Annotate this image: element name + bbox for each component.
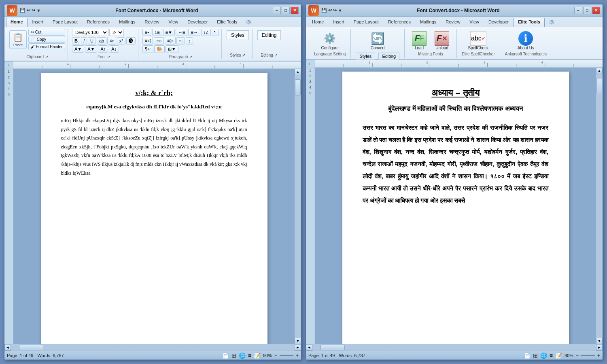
- view-btn-print-left[interactable]: 📄: [222, 352, 229, 359]
- maximize-btn-left[interactable]: □: [282, 7, 290, 14]
- superscript-btn[interactable]: x²: [117, 37, 125, 44]
- align-center-btn[interactable]: ≡○: [154, 37, 164, 44]
- scrollbar-v-right[interactable]: ▲ ▼: [596, 68, 603, 344]
- tab-home-left[interactable]: Home: [6, 18, 28, 27]
- tab-pagelayout-left[interactable]: Page Layout: [48, 18, 82, 27]
- undo-icon[interactable]: ↩: [27, 8, 30, 13]
- styles-btn-right[interactable]: Styles: [356, 53, 375, 60]
- numbering-btn[interactable]: 1≡: [152, 29, 162, 36]
- view-btn-outline-left[interactable]: ≡: [248, 352, 251, 359]
- tab-view-left[interactable]: View: [164, 18, 183, 27]
- view-btn-draft-left[interactable]: 📝: [254, 352, 261, 359]
- linespace-btn[interactable]: ↕: [186, 37, 193, 44]
- tab-mailings-right[interactable]: Mailings: [416, 18, 441, 27]
- tab-insert-right[interactable]: Insert: [329, 18, 349, 27]
- textcolor-btn[interactable]: A▼: [72, 45, 84, 53]
- bullets-btn[interactable]: ≡•: [142, 29, 151, 36]
- about-btn[interactable]: ℹ About Us: [515, 30, 537, 51]
- scroll-left-btn-left[interactable]: ◄: [4, 344, 11, 351]
- tab-view-right[interactable]: View: [465, 18, 484, 27]
- zoom-plus-right[interactable]: +: [597, 353, 600, 358]
- convert-btn[interactable]: 🔄 Convert: [368, 30, 387, 51]
- fontsize-grow-btn[interactable]: A↑: [98, 45, 108, 53]
- clearformat-btn[interactable]: 🅐: [126, 37, 136, 44]
- scroll-track-left[interactable]: [295, 75, 301, 338]
- tab-mailings-left[interactable]: Mailings: [115, 18, 140, 27]
- office-button-left[interactable]: W: [7, 5, 17, 16]
- align-right-btn[interactable]: ≡▷: [165, 37, 175, 44]
- subscript-btn[interactable]: x₂: [107, 37, 116, 44]
- save-icon-right[interactable]: 💾: [321, 8, 327, 13]
- tab-developer-left[interactable]: Developer: [183, 18, 212, 27]
- tab-references-left[interactable]: References: [83, 18, 114, 27]
- view-btn-full-left[interactable]: ⊞: [231, 352, 236, 359]
- multilevel-btn[interactable]: ≡▼: [163, 29, 175, 36]
- scrollbar-h-left[interactable]: ◄ ►: [4, 344, 301, 351]
- scroll-right-btn-right[interactable]: ►: [596, 344, 603, 351]
- show-hide-btn[interactable]: ¶: [212, 29, 219, 36]
- tab-elitetools-right[interactable]: Elite Tools: [514, 18, 545, 27]
- close-btn-right[interactable]: ✕: [592, 7, 600, 14]
- paste-btn[interactable]: 📋Paste: [9, 30, 27, 49]
- scroll-up-btn-right[interactable]: ▲: [596, 68, 603, 74]
- indent-decrease-btn[interactable]: ←≡: [176, 29, 187, 36]
- doc-scroll-right[interactable]: अध्याय – तृतीय बुंदेलखण्ड में महिलाओं की…: [315, 68, 596, 344]
- zoom-plus-left[interactable]: +: [296, 353, 299, 358]
- zoom-minus-left[interactable]: −: [274, 353, 277, 358]
- minimize-btn-right[interactable]: −: [574, 7, 582, 14]
- close-btn-left[interactable]: ✕: [291, 7, 299, 14]
- view-btn-web-left[interactable]: 🌐: [239, 352, 246, 359]
- spellcheck-btn[interactable]: abc✓ SpellCheck: [466, 30, 491, 51]
- indent-increase-btn[interactable]: ≡→: [188, 29, 200, 36]
- tab-home-right[interactable]: Home: [308, 18, 328, 27]
- unload-btn[interactable]: F✕ Unload: [432, 30, 452, 51]
- view-btn-full-right[interactable]: ⊞: [533, 352, 538, 359]
- sort-btn[interactable]: ↕Z: [201, 29, 211, 36]
- tab-developer-right[interactable]: Developer: [484, 18, 513, 27]
- align-left-btn[interactable]: ≡◁: [142, 37, 153, 44]
- strikethrough-btn[interactable]: ab: [97, 37, 106, 44]
- view-btn-outline-right[interactable]: ≡: [550, 352, 553, 359]
- para-mark-btn[interactable]: ¶↵: [142, 45, 153, 53]
- redo-icon-right[interactable]: ↪: [333, 8, 337, 13]
- office-button-right[interactable]: W: [308, 5, 319, 16]
- underline-btn[interactable]: U: [88, 37, 96, 44]
- border-btn[interactable]: ⊞▼: [166, 45, 178, 53]
- scroll-down-btn-left[interactable]: ▼: [295, 338, 301, 344]
- font-select[interactable]: DevLys 100: [72, 29, 108, 36]
- scroll-down-btn-right[interactable]: ▼: [596, 338, 603, 344]
- formatpainter-btn[interactable]: 🖌 Format Painter: [28, 43, 65, 50]
- load-btn[interactable]: FF Load: [410, 30, 429, 51]
- view-btn-web-right[interactable]: 🌐: [540, 352, 547, 359]
- zoom-minus-right[interactable]: −: [576, 353, 579, 358]
- italic-btn[interactable]: I: [81, 37, 87, 44]
- tab-review-right[interactable]: Review: [441, 18, 465, 27]
- scroll-left-btn-right[interactable]: ◄: [306, 344, 312, 351]
- doc-scroll-left[interactable]: v/;k; & r`rh; cqansy[k.M esa efgykvksa d…: [13, 69, 295, 344]
- zoom-bar-right[interactable]: ────: [581, 353, 595, 358]
- dropdown-icon[interactable]: ▼: [36, 8, 41, 13]
- scroll-up-btn-left[interactable]: ▲: [295, 69, 301, 75]
- shading-btn[interactable]: 🎨: [154, 45, 165, 53]
- view-btn-draft-right[interactable]: 📝: [555, 352, 562, 359]
- size-select[interactable]: 24: [109, 29, 124, 36]
- tab-help-right[interactable]: ⓪: [545, 18, 558, 27]
- save-icon[interactable]: 💾: [20, 8, 25, 13]
- scroll-h-track-left[interactable]: [11, 344, 295, 351]
- dropdown-icon-right[interactable]: ▼: [338, 8, 342, 13]
- tab-references-right[interactable]: References: [384, 18, 415, 27]
- tab-pagelayout-right[interactable]: Page Layout: [349, 18, 383, 27]
- styles-preview[interactable]: Styles: [227, 30, 249, 40]
- highlight-btn[interactable]: A▼: [85, 45, 97, 53]
- minimize-btn-left[interactable]: −: [273, 7, 281, 14]
- cut-btn[interactable]: ✂ Cut: [28, 29, 65, 36]
- redo-icon[interactable]: ↪: [32, 8, 35, 13]
- tab-review-left[interactable]: Review: [140, 18, 163, 27]
- maximize-btn-right[interactable]: □: [583, 7, 591, 14]
- editing-preview[interactable]: Editing: [257, 30, 281, 40]
- fontsize-shrink-btn[interactable]: A↓: [109, 45, 119, 53]
- scrollbar-h-right[interactable]: ◄ ►: [306, 344, 603, 351]
- bold-btn[interactable]: B: [72, 37, 80, 44]
- tab-elitetools-left[interactable]: Elite Tools: [212, 18, 242, 27]
- justify-btn[interactable]: ≡|: [176, 37, 185, 44]
